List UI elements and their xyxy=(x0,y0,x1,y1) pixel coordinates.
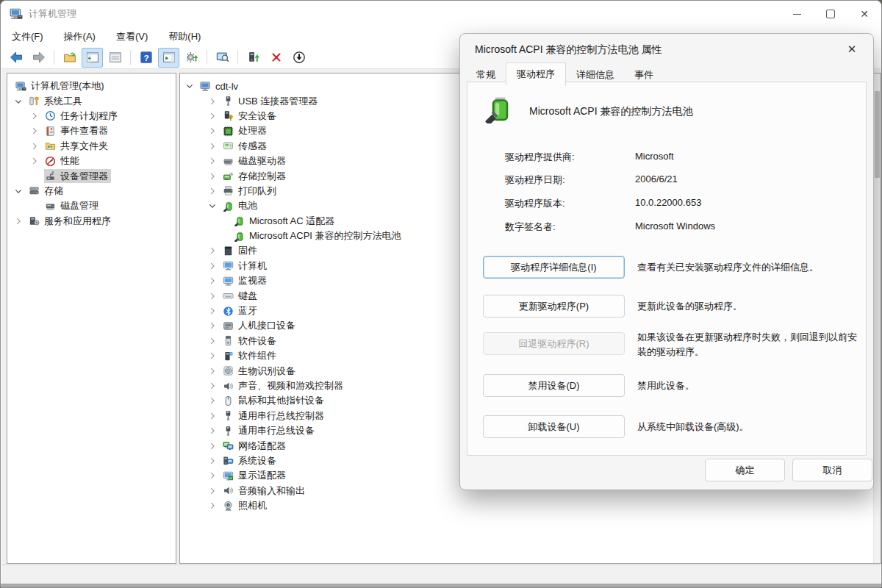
chevron-collapsed-icon[interactable] xyxy=(207,485,222,497)
chevron-collapsed-icon[interactable] xyxy=(29,140,44,152)
chevron-collapsed-icon[interactable] xyxy=(207,380,222,392)
disable-device-button[interactable]: 禁用设备(D) xyxy=(483,374,625,397)
tree-row-content[interactable]: 软件设备 xyxy=(222,334,279,348)
tree-row-content[interactable]: 安全设备 xyxy=(222,109,279,123)
menu-file[interactable]: 文件(F) xyxy=(5,28,50,46)
uninstall-device-toolbar-button[interactable] xyxy=(265,48,287,68)
tree-row-content[interactable]: 键盘 xyxy=(222,289,260,303)
chevron-collapsed-icon[interactable] xyxy=(207,171,222,182)
tree-row-content[interactable]: 磁盘驱动器 xyxy=(222,154,289,168)
scan-hardware-toolbar-button[interactable] xyxy=(212,48,233,68)
tree-row-content[interactable]: 人机接口设备 xyxy=(222,319,298,333)
close-button[interactable]: ✕ xyxy=(847,1,881,27)
tree-item-performance[interactable]: 性能 xyxy=(7,154,176,168)
vertical-scrollbar[interactable] xyxy=(873,74,881,563)
chevron-collapsed-icon[interactable] xyxy=(207,365,222,377)
tree-row-content[interactable]: 音频输入和输出 xyxy=(222,484,308,498)
tree-row-content[interactable]: 系统设备 xyxy=(222,453,279,467)
tree-item-storage[interactable]: 存储 xyxy=(7,184,176,198)
dialog-close-button[interactable]: ✕ xyxy=(839,39,864,59)
tree-row-content[interactable]: 生物识别设备 xyxy=(222,364,298,378)
chevron-collapsed-icon[interactable] xyxy=(207,185,222,197)
tree-row-content[interactable]: 处理器 xyxy=(222,124,270,138)
chevron-expanded-icon[interactable] xyxy=(13,96,28,107)
tree-row-content[interactable]: Microsoft AC 适配器 xyxy=(233,214,337,228)
forward-toolbar-button[interactable] xyxy=(28,48,49,68)
tab-events[interactable]: 事件 xyxy=(625,65,663,85)
tree-item-system-tools[interactable]: 系统工具 xyxy=(7,93,176,108)
tree-item-services-and-applications[interactable]: 服务和应用程序 xyxy=(7,214,176,229)
chevron-collapsed-icon[interactable] xyxy=(207,245,222,257)
chevron-expanded-icon[interactable] xyxy=(184,80,199,92)
chevron-collapsed-icon[interactable] xyxy=(207,260,222,272)
tree-row-content[interactable]: 鼠标和其他指针设备 xyxy=(222,394,327,408)
tree-row-content[interactable]: 事件查看器 xyxy=(44,124,111,138)
menu-action[interactable]: 操作(A) xyxy=(57,28,102,46)
menu-help[interactable]: 帮助(H) xyxy=(162,28,207,46)
tree-row-content[interactable]: Microsoft ACPI 兼容的控制方法电池 xyxy=(233,229,404,243)
chevron-collapsed-icon[interactable] xyxy=(207,470,222,481)
tree-row-content[interactable]: 电池 xyxy=(222,199,260,213)
tree-row-content[interactable]: 磁盘管理 xyxy=(44,199,101,213)
tree-item-task-scheduler[interactable]: 任务计划程序 xyxy=(7,109,176,123)
chevron-collapsed-icon[interactable] xyxy=(207,155,222,167)
tree-item-cameras[interactable]: 照相机 xyxy=(180,498,881,513)
ok-button[interactable]: 确定 xyxy=(705,459,785,481)
tree-row-content[interactable]: 蓝牙 xyxy=(222,304,260,318)
chevron-expanded-icon[interactable] xyxy=(207,200,222,212)
chevron-collapsed-icon[interactable] xyxy=(29,125,44,137)
tree-item-computer-management-local[interactable]: 计算机管理(本地) xyxy=(7,79,176,93)
tree-row-content[interactable]: 通用串行总线控制器 xyxy=(222,409,327,423)
properties-toolbar-button[interactable] xyxy=(104,48,126,68)
chevron-collapsed-icon[interactable] xyxy=(207,96,222,107)
chevron-collapsed-icon[interactable] xyxy=(29,155,44,167)
uninstall-device-button[interactable]: 卸载设备(U) xyxy=(483,415,625,438)
tree-row-content[interactable]: 通用串行总线设备 xyxy=(222,424,318,438)
tree-row-content[interactable]: 服务和应用程序 xyxy=(28,214,114,228)
selected-row-highlight[interactable]: 设备管理器 xyxy=(44,169,111,183)
console-tree-toolbar-button[interactable] xyxy=(82,48,103,68)
chevron-collapsed-icon[interactable] xyxy=(207,335,222,347)
tab-general[interactable]: 常规 xyxy=(467,65,505,85)
chevron-collapsed-icon[interactable] xyxy=(207,125,222,137)
chevron-collapsed-icon[interactable] xyxy=(13,215,28,227)
chevron-collapsed-icon[interactable] xyxy=(207,500,222,512)
minimize-button[interactable] xyxy=(780,1,814,27)
help-toolbar-button[interactable]: ? xyxy=(135,48,157,68)
tree-row-content[interactable]: 照相机 xyxy=(222,499,270,513)
chevron-collapsed-icon[interactable] xyxy=(207,305,222,317)
chevron-collapsed-icon[interactable] xyxy=(207,350,222,362)
action-pane-toolbar-button[interactable] xyxy=(158,48,179,68)
tree-item-shared-folders[interactable]: 共享文件夹 xyxy=(7,139,176,154)
tree-row-content[interactable]: 固件 xyxy=(222,244,260,258)
tree-row-content[interactable]: 计算机 xyxy=(222,259,270,273)
tree-row-content[interactable]: 打印队列 xyxy=(222,184,279,198)
tree-row-content[interactable]: cdt-lv xyxy=(199,79,241,93)
maximize-button[interactable] xyxy=(814,1,847,27)
tree-row-content[interactable]: 网络适配器 xyxy=(222,439,289,453)
chevron-collapsed-icon[interactable] xyxy=(207,110,222,122)
tree-row-content[interactable]: 任务计划程序 xyxy=(44,109,121,123)
update-driver-button[interactable]: 更新驱动程序(P) xyxy=(483,295,625,318)
tree-item-disk-management[interactable]: 磁盘管理 xyxy=(7,198,176,213)
menu-view[interactable]: 查看(V) xyxy=(110,28,154,46)
chevron-collapsed-icon[interactable] xyxy=(207,410,222,422)
tab-driver[interactable]: 驱动程序 xyxy=(506,62,566,86)
tab-details[interactable]: 详细信息 xyxy=(567,65,624,85)
tree-row-content[interactable]: USB 连接器管理器 xyxy=(222,94,320,108)
export-list-toolbar-button[interactable] xyxy=(59,48,80,68)
cancel-button[interactable]: 取消 xyxy=(792,459,872,481)
tree-row-content[interactable]: 声音、视频和游戏控制器 xyxy=(222,379,346,393)
chevron-collapsed-icon[interactable] xyxy=(207,290,222,302)
tree-row-content[interactable]: 计算机管理(本地) xyxy=(15,79,107,93)
chevron-collapsed-icon[interactable] xyxy=(207,395,222,406)
back-toolbar-button[interactable] xyxy=(5,48,26,68)
driver-details-button[interactable]: 驱动程序详细信息(I) xyxy=(483,256,625,279)
chevron-collapsed-icon[interactable] xyxy=(207,320,222,331)
chevron-expanded-icon[interactable] xyxy=(13,185,28,197)
tree-row-content[interactable]: 系统工具 xyxy=(28,94,85,108)
chevron-collapsed-icon[interactable] xyxy=(29,110,44,122)
tree-row-content[interactable]: 性能 xyxy=(44,154,82,168)
tree-row-content[interactable]: 传感器 xyxy=(222,139,270,153)
tree-row-content[interactable]: 显示适配器 xyxy=(222,469,289,483)
